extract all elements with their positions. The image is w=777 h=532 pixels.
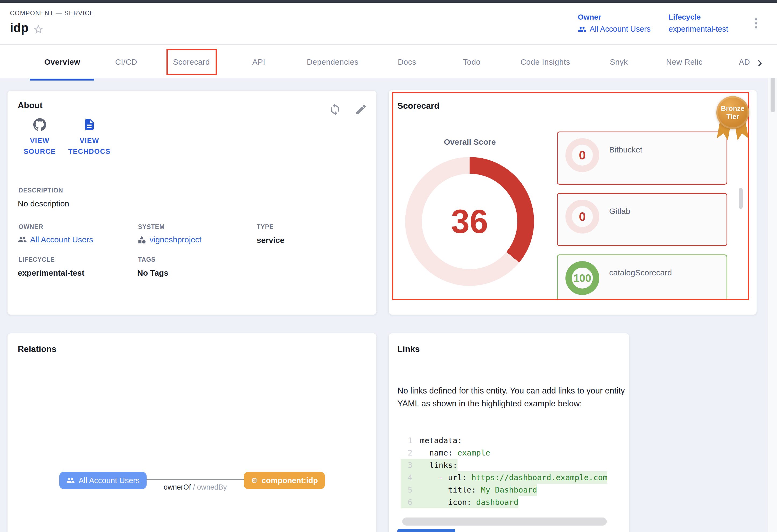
yaml-code-block: 1metadata:2 name: example3 links:4 - url… xyxy=(401,434,621,510)
relation-edge-label: ownerOf / ownedBy xyxy=(150,483,240,492)
tab-code-insights[interactable]: Code Insights xyxy=(520,58,570,66)
header-divider xyxy=(0,44,777,45)
more-options-kebab-icon[interactable] xyxy=(751,17,761,33)
scorecard-item-gitlab[interactable]: 0Gitlab xyxy=(557,193,727,246)
tab-ci-cd[interactable]: CI/CD xyxy=(115,58,137,66)
about-card-title: About xyxy=(18,100,42,110)
edit-pencil-icon[interactable] xyxy=(354,103,367,116)
relations-card xyxy=(7,334,376,532)
group-icon xyxy=(18,235,27,244)
scorecard-item-label: Bitbucket xyxy=(609,145,642,154)
lifecycle-field-label: LIFECYCLE xyxy=(18,256,55,263)
links-card-title: Links xyxy=(398,344,420,354)
owner-field-label: OWNER xyxy=(18,223,43,231)
view-techdocs-label: VIEW TECHDOCS xyxy=(63,135,116,157)
scorecard-item-score: 100 xyxy=(565,261,599,295)
page-title: idp xyxy=(10,20,28,35)
relation-node-component-label: component:idp xyxy=(262,476,318,485)
group-icon xyxy=(66,476,75,485)
owner-field-value: All Account Users xyxy=(30,235,93,244)
tab-scorecard[interactable]: Scorecard xyxy=(173,58,210,66)
relation-node-component[interactable]: component:idp xyxy=(244,472,325,489)
scorecard-item-catalogscorecard[interactable]: 100catalogScorecard xyxy=(557,254,727,300)
system-field-value: vigneshproject xyxy=(149,235,201,244)
tab-dependencies[interactable]: Dependencies xyxy=(307,58,359,66)
tab-api[interactable]: API xyxy=(252,58,265,66)
scorecard-item-label: catalogScorecard xyxy=(609,268,672,277)
code-line: 3 links: xyxy=(401,459,457,471)
owner-value: All Account Users xyxy=(589,25,651,33)
header-lifecycle-block: Lifecycle experimental-test xyxy=(669,13,728,33)
window-top-bar xyxy=(0,0,777,3)
active-tab-underline xyxy=(30,79,94,81)
about-card: About VIEW SOURCE VIEW TECHDOCS DESCRIPT… xyxy=(7,91,376,314)
system-field-label: SYSTEM xyxy=(138,223,164,231)
scorecard-item-score: 0 xyxy=(565,138,599,172)
scorecard-card-title: Scorecard xyxy=(398,101,440,111)
code-line: 2 name: example xyxy=(401,447,490,459)
header-owner-block: Owner All Account Users xyxy=(578,13,651,33)
system-field-link[interactable]: vigneshproject xyxy=(137,235,201,244)
tab-docs[interactable]: Docs xyxy=(398,58,416,66)
tab-scroll-right-chevron-icon[interactable]: › xyxy=(757,53,762,71)
scorecard-list: 0Bitbucket0Gitlab100catalogScorecard xyxy=(557,132,729,300)
relation-node-owner-label: All Account Users xyxy=(79,476,140,485)
lifecycle-label: Lifecycle xyxy=(669,13,728,21)
view-source-label: VIEW SOURCE xyxy=(13,135,67,157)
code-horizontal-scrollbar[interactable] xyxy=(402,518,607,526)
tab-ad[interactable]: AD xyxy=(739,58,754,66)
system-icon xyxy=(137,235,146,244)
tab-overview[interactable]: Overview xyxy=(44,58,80,66)
description-value: No description xyxy=(18,199,69,208)
tab-new-relic[interactable]: New Relic xyxy=(666,58,703,66)
overall-score-value: 36 xyxy=(405,157,534,286)
relation-edge xyxy=(146,480,244,480)
code-line: 6 icon: dashboard xyxy=(401,496,519,508)
tags-field-label: TAGS xyxy=(138,256,155,263)
scorecard-item-label: Gitlab xyxy=(609,207,630,216)
github-icon xyxy=(33,118,46,131)
links-action-button[interactable] xyxy=(398,529,455,532)
breadcrumb: COMPONENT — SERVICE xyxy=(10,10,94,17)
relation-node-owner[interactable]: All Account Users xyxy=(59,472,146,489)
code-line: 5 title: My Dashboard xyxy=(401,484,537,496)
lifecycle-value: experimental-test xyxy=(669,25,728,33)
lifecycle-field-value: experimental-test xyxy=(18,268,84,278)
view-techdocs-link[interactable]: VIEW TECHDOCS xyxy=(63,118,116,157)
overall-score-label: Overall Score xyxy=(435,137,505,147)
scorecard-item-bitbucket[interactable]: 0Bitbucket xyxy=(557,132,727,185)
type-field-label: TYPE xyxy=(257,223,273,231)
bronze-tier-badge-label: Bronze Tier xyxy=(720,104,745,121)
scorecard-list-scrollbar[interactable] xyxy=(739,188,743,209)
view-source-link[interactable]: VIEW SOURCE xyxy=(13,118,67,157)
code-line: 1metadata: xyxy=(401,434,462,447)
favorite-star-icon[interactable] xyxy=(33,24,44,35)
tab-todo[interactable]: Todo xyxy=(463,58,480,66)
scorecard-item-score: 0 xyxy=(565,200,599,234)
edge-label-secondary: ownedBy xyxy=(197,483,227,491)
overall-score-gauge: 36 xyxy=(405,157,534,286)
edge-label-primary: ownerOf xyxy=(163,483,191,491)
tags-field-value: No Tags xyxy=(137,268,169,278)
tab-bar: › OverviewCI/CDScorecardAPIDependenciesD… xyxy=(0,47,777,81)
group-icon xyxy=(578,25,586,33)
type-field-value: service xyxy=(257,236,284,245)
component-chip-icon xyxy=(251,476,258,485)
owner-field-link[interactable]: All Account Users xyxy=(18,235,93,244)
owner-label: Owner xyxy=(578,13,651,21)
tab-snyk[interactable]: Snyk xyxy=(610,58,628,66)
owner-link[interactable]: All Account Users xyxy=(578,25,651,33)
entity-header: COMPONENT — SERVICE idp Owner All Accoun… xyxy=(0,3,777,78)
refresh-icon[interactable] xyxy=(329,103,341,116)
code-line: 4 - url: https://dashboard.example.com xyxy=(401,471,607,484)
docs-icon xyxy=(83,118,96,131)
relations-card-title: Relations xyxy=(18,344,57,354)
links-empty-text: No links defined for this entity. You ca… xyxy=(398,384,625,410)
description-label: DESCRIPTION xyxy=(18,187,63,194)
bronze-tier-badge: Bronze Tier xyxy=(716,96,749,139)
